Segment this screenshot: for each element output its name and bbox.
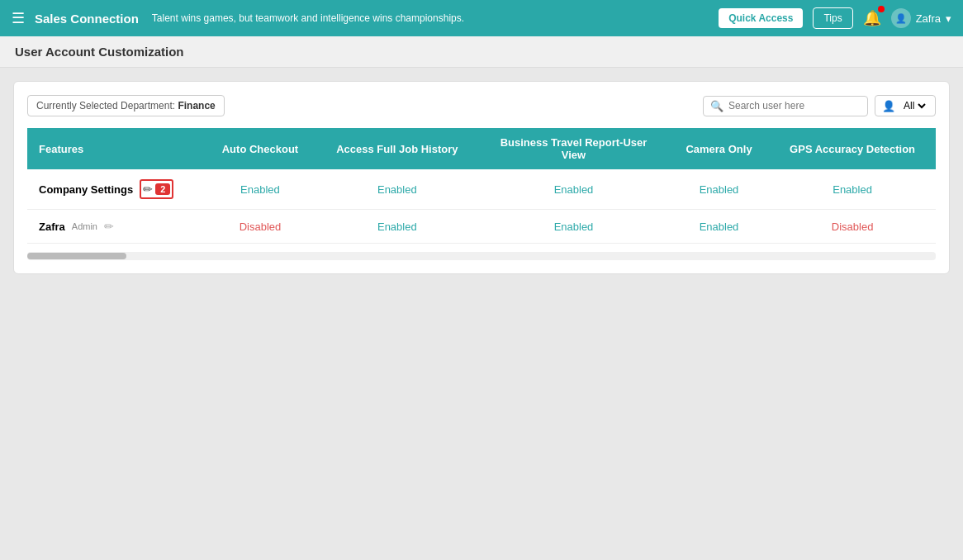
- feature-cell: Enabled: [316, 210, 479, 244]
- row-name-text: Company Settings: [39, 183, 133, 196]
- dept-prefix: Currently Selected Department:: [36, 100, 175, 112]
- table-header-row: Features Auto Checkout Access Full Job H…: [27, 128, 936, 169]
- edit-icon[interactable]: ✏: [104, 220, 114, 233]
- scroll-thumb: [27, 253, 126, 259]
- tagline: Talent wins games, but teamwork and inte…: [152, 12, 464, 24]
- col-camera-only: Camera Only: [669, 128, 769, 169]
- features-table: Features Auto Checkout Access Full Job H…: [27, 128, 936, 244]
- chevron-down-icon: ▾: [946, 12, 951, 25]
- search-icon: 🔍: [710, 100, 723, 112]
- search-box[interactable]: 🔍: [703, 96, 868, 116]
- main-card: Currently Selected Department: Finance 🔍…: [13, 81, 950, 274]
- row-name-cell: ZafraAdmin✏: [27, 210, 204, 244]
- department-label: Currently Selected Department: Finance: [27, 95, 225, 116]
- row-role-text: Admin: [72, 221, 97, 231]
- table-row: Company Settings✏2EnabledEnabledEnabledE…: [27, 169, 936, 210]
- user-filter-icon: 👤: [882, 100, 895, 112]
- avatar: 👤: [891, 8, 911, 28]
- col-auto-checkout: Auto Checkout: [204, 128, 315, 169]
- tips-button[interactable]: Tips: [813, 7, 852, 29]
- search-input[interactable]: [728, 100, 861, 112]
- feature-cell: Enabled: [204, 169, 315, 210]
- page-title: User Account Customization: [15, 45, 183, 59]
- menu-icon[interactable]: ☰: [12, 9, 25, 27]
- page-header: User Account Customization: [0, 36, 963, 68]
- table-row: ZafraAdmin✏DisabledEnabledEnabledEnabled…: [27, 210, 936, 244]
- notification-dot: [878, 6, 885, 12]
- notification-bell-icon[interactable]: 🔔: [863, 9, 881, 27]
- row-name-text: Zafra: [39, 221, 65, 233]
- brand-name: Sales Connection: [35, 12, 139, 26]
- feature-cell: Disabled: [204, 210, 315, 244]
- main-content: Currently Selected Department: Finance 🔍…: [0, 68, 963, 558]
- col-biz-travel: Business Travel Report-UserView: [478, 128, 669, 169]
- feature-cell: Enabled: [669, 210, 769, 244]
- feature-cell: Enabled: [316, 169, 479, 210]
- toolbar-right: 🔍 👤 All: [703, 95, 936, 116]
- horizontal-scrollbar[interactable]: [27, 252, 936, 260]
- edit-badge: 2: [155, 183, 170, 195]
- user-menu[interactable]: 👤 Zafra ▾: [891, 8, 951, 28]
- col-access-full-job: Access Full Job History: [316, 128, 479, 169]
- filter-select[interactable]: All: [900, 99, 928, 112]
- col-gps-accuracy: GPS Accuracy Detection: [769, 128, 936, 169]
- edit-highlight[interactable]: ✏2: [140, 179, 173, 199]
- quick-access-button[interactable]: Quick Access: [719, 8, 803, 28]
- feature-cell: Disabled: [769, 210, 936, 244]
- row-name-cell: Company Settings✏2: [27, 169, 204, 210]
- user-name: Zafra: [916, 12, 941, 25]
- feature-cell: Enabled: [669, 169, 769, 210]
- topnav: ☰ Sales Connection Talent wins games, bu…: [0, 0, 963, 36]
- toolbar: Currently Selected Department: Finance 🔍…: [27, 95, 936, 116]
- user-filter[interactable]: 👤 All: [875, 95, 936, 116]
- feature-cell: Enabled: [478, 210, 669, 244]
- feature-cell: Enabled: [769, 169, 936, 210]
- dept-value: Finance: [178, 100, 215, 112]
- edit-icon[interactable]: ✏: [143, 183, 153, 196]
- feature-cell: Enabled: [478, 169, 669, 210]
- col-features: Features: [27, 128, 204, 169]
